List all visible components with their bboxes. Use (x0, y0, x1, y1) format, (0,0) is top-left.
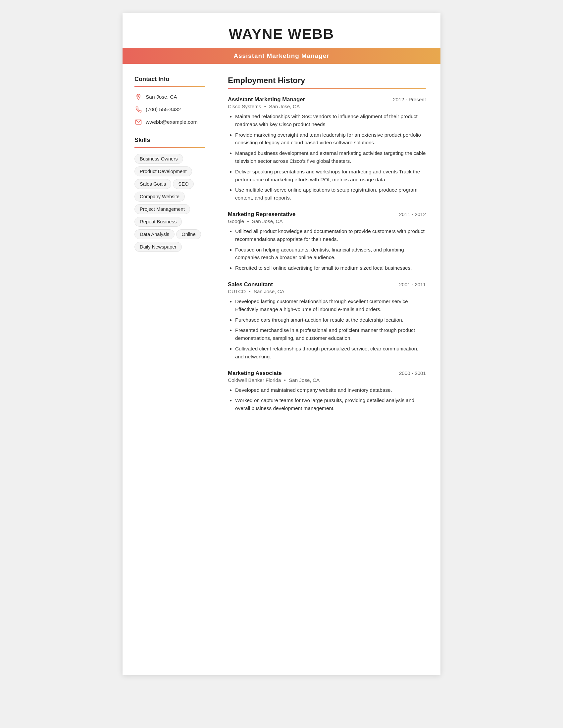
resume-body: Contact Info San Jose, CA (122, 64, 441, 433)
company-dot: • (284, 377, 286, 383)
jobs-list: Assistant Marketing Manager2012 - Presen… (228, 96, 426, 412)
job-bullet: Utilized all product knowledge and docum… (235, 227, 426, 243)
job-bullet: Maintained relationships with SoC vendor… (235, 113, 426, 128)
job-header: Sales Consultant2001 - 2011 (228, 281, 426, 288)
skill-tag: Business Owners (134, 154, 183, 164)
job-bullet: Developed and maintained company website… (235, 386, 426, 394)
job-company: Google • San Jose, CA (228, 218, 426, 224)
resume-container: WAYNE WEBB Assistant Marketing Manager C… (122, 13, 441, 675)
job-dates: 2001 - 2011 (399, 282, 426, 287)
skill-tag: Sales Goals (134, 179, 171, 189)
candidate-title: Assistant Marketing Manager (233, 52, 329, 59)
skills-divider (134, 147, 205, 148)
job-bullet: Presented merchandise in a professional … (235, 326, 426, 342)
skill-tag: Project Management (134, 204, 190, 214)
company-dot: • (247, 218, 249, 224)
job-entry: Sales Consultant2001 - 2011CUTCO • San J… (228, 281, 426, 361)
contact-section-title: Contact Info (134, 76, 205, 83)
company-dot: • (264, 104, 266, 109)
skills-section-title: Skills (134, 137, 205, 144)
job-bullet: Developed lasting customer relationships… (235, 297, 426, 313)
job-dates: 2011 - 2012 (399, 211, 426, 217)
job-bullets: Developed and maintained company website… (228, 386, 426, 412)
candidate-name: WAYNE WEBB (122, 26, 441, 42)
skill-tag: Repeat Business (134, 217, 182, 227)
email-icon (134, 118, 142, 126)
job-title: Assistant Marketing Manager (228, 96, 305, 103)
job-entry: Marketing Associate2000 - 2001Coldwell B… (228, 370, 426, 412)
job-company: Cisco Systems • San Jose, CA (228, 104, 426, 109)
employment-divider (228, 88, 426, 89)
skills-tags: Business OwnersProduct DevelopmentSales … (134, 154, 205, 254)
job-bullet: Focused on helping accountants, dentists… (235, 246, 426, 262)
skill-tag: Online (176, 229, 201, 239)
contact-phone: (700) 555-3432 (134, 106, 205, 114)
skill-tag: Product Development (134, 166, 192, 176)
job-header: Marketing Representative2011 - 2012 (228, 211, 426, 218)
job-title: Marketing Associate (228, 370, 282, 377)
skill-tag: Company Website (134, 192, 185, 202)
company-dot: • (249, 289, 250, 294)
job-bullet: Cultivated client relationships through … (235, 345, 426, 361)
job-bullet: Provide marketing oversight and team lea… (235, 131, 426, 147)
contact-phone-text: (700) 555-3432 (146, 107, 181, 113)
contact-divider (134, 86, 205, 87)
job-bullet: Purchased cars through smart-auction for… (235, 316, 426, 324)
employment-section-title: Employment History (228, 76, 426, 85)
job-dates: 2012 - Present (393, 97, 426, 102)
svg-point-0 (138, 95, 139, 97)
skill-tag: SEO (173, 179, 194, 189)
job-header: Assistant Marketing Manager2012 - Presen… (228, 96, 426, 103)
job-bullets: Maintained relationships with SoC vendor… (228, 113, 426, 202)
contact-list: San Jose, CA (700) 555-3432 (134, 93, 205, 126)
job-dates: 2000 - 2001 (399, 370, 426, 376)
job-header: Marketing Associate2000 - 2001 (228, 370, 426, 377)
job-company: Coldwell Banker Florida • San Jose, CA (228, 377, 426, 383)
job-title: Marketing Representative (228, 211, 296, 218)
contact-email-text: wwebb@example.com (146, 119, 197, 125)
skill-tag: Data Analysis (134, 229, 174, 239)
job-bullet: Worked on capture teams for two large pu… (235, 396, 426, 412)
job-entry: Assistant Marketing Manager2012 - Presen… (228, 96, 426, 202)
location-icon (134, 93, 142, 101)
sidebar: Contact Info San Jose, CA (122, 64, 215, 433)
job-bullet: Recruited to sell online advertising for… (235, 264, 426, 272)
job-bullet: Deliver speaking presentations and works… (235, 168, 426, 184)
job-company: CUTCO • San Jose, CA (228, 289, 426, 294)
phone-icon (134, 106, 142, 114)
resume-header: WAYNE WEBB Assistant Marketing Manager (122, 13, 441, 64)
job-bullets: Developed lasting customer relationships… (228, 297, 426, 361)
main-content: Employment History Assistant Marketing M… (215, 64, 441, 433)
job-entry: Marketing Representative2011 - 2012Googl… (228, 211, 426, 272)
contact-location-text: San Jose, CA (146, 94, 177, 100)
contact-location: San Jose, CA (134, 93, 205, 101)
skill-tag: Daily Newspaper (134, 242, 182, 252)
job-bullet: Use multiple self-serve online applicati… (235, 186, 426, 202)
job-bullet: Managed business development and externa… (235, 149, 426, 165)
contact-email: wwebb@example.com (134, 118, 205, 126)
job-title: Sales Consultant (228, 281, 273, 288)
job-bullets: Utilized all product knowledge and docum… (228, 227, 426, 272)
skills-section: Skills Business OwnersProduct Developmen… (134, 137, 205, 254)
title-bar: Assistant Marketing Manager (122, 48, 441, 64)
